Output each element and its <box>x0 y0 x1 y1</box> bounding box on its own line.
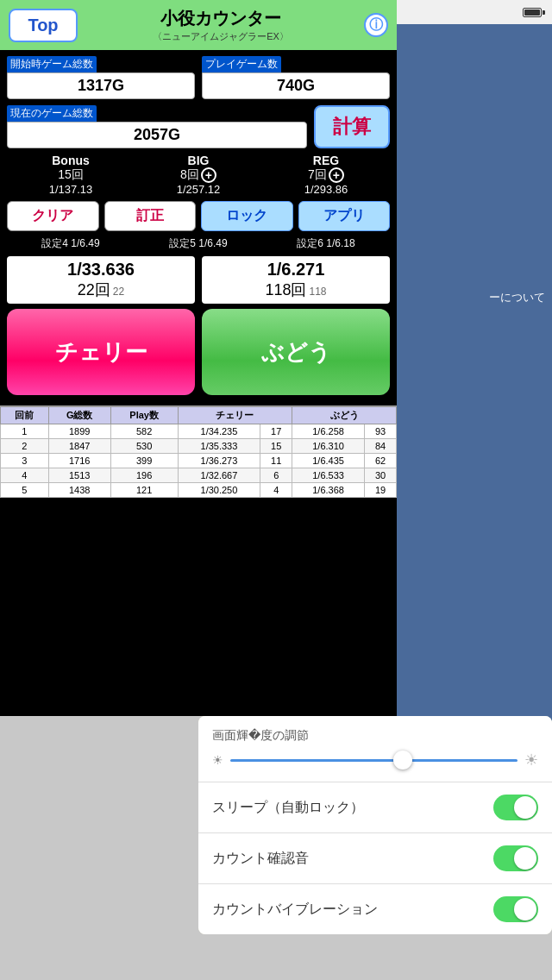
stat-box-left: 1/33.636 22回 22 <box>7 256 195 304</box>
battery-area <box>523 8 542 17</box>
big-col: BIG 8回 + 1/257.12 <box>135 154 262 196</box>
table-header-row: 回前 G総数 Play数 チェリー ぶどう <box>1 407 397 424</box>
sun-large-icon: ☀ <box>524 751 538 770</box>
col-header-5: ぶどう <box>292 407 397 424</box>
app-subtitle: 〈ニューアイムジャグラーEX〉 <box>78 30 364 43</box>
reg-count: 7回 + <box>262 167 390 183</box>
brightness-slider-track[interactable] <box>230 759 518 762</box>
table-cell: 1/34.235 <box>178 424 260 439</box>
app-button[interactable]: アプリ <box>298 201 391 231</box>
info-button[interactable]: ⓘ <box>364 13 388 37</box>
app-title-area: 小役カウンター 〈ニューアイムジャグラーEX〉 <box>78 7 364 43</box>
start-games-label: 開始時ゲーム総数 <box>7 56 97 72</box>
data-table: 回前 G総数 Play数 チェリー ぶどう 118995821/34.23517… <box>0 406 397 498</box>
table-cell: 84 <box>365 439 397 454</box>
reg-label: REG <box>262 154 390 167</box>
start-games-value[interactable]: 1317G <box>7 72 195 99</box>
app-title: 小役カウンター <box>78 7 364 30</box>
games-row-1: 開始時ゲーム総数 1317G プレイゲーム数 740G <box>7 55 390 99</box>
brightness-row: ☀ ☀ <box>212 751 538 770</box>
top-button[interactable]: Top <box>9 9 78 42</box>
sound-toggle[interactable] <box>493 845 538 871</box>
big-count: 8回 + <box>135 167 262 183</box>
table-cell: 582 <box>110 424 178 439</box>
about-text: ーについて <box>482 283 552 312</box>
table-cell: 17 <box>260 424 292 439</box>
table-cell: 121 <box>110 483 178 498</box>
correct-button[interactable]: 訂正 <box>104 201 197 231</box>
stat-ratio-right: 1/6.271 <box>207 260 385 280</box>
sound-setting: カウント確認音 <box>198 833 552 884</box>
table-cell: 399 <box>110 454 178 468</box>
table-cell: 1/6.310 <box>292 439 365 454</box>
table-cell: 1/6.533 <box>292 468 365 483</box>
bonus-section: Bonus 15回 1/137.13 BIG 8回 + 1/257.12 REG… <box>7 154 390 196</box>
brightness-slider-thumb[interactable] <box>393 751 412 770</box>
app-header: Top 小役カウンター 〈ニューアイムジャグラーEX〉 ⓘ <box>0 0 397 50</box>
table-cell: 1 <box>1 424 49 439</box>
calc-button[interactable]: 計算 <box>314 105 390 148</box>
stat-count-right: 118回 118 <box>207 280 385 300</box>
table-row: 415131961/32.66761/6.53330 <box>1 468 397 483</box>
stat-box-right: 1/6.271 118回 118 <box>202 256 390 304</box>
table-cell: 30 <box>365 468 397 483</box>
table-cell: 4 <box>1 468 49 483</box>
bonus-ratio: 1/137.13 <box>7 183 135 196</box>
sleep-toggle[interactable] <box>493 795 538 820</box>
stat-ratio-left: 1/33.636 <box>12 260 190 280</box>
data-table-section: 回前 G総数 Play数 チェリー ぶどう 118995821/34.23517… <box>0 405 397 498</box>
table-cell: 1847 <box>48 439 110 454</box>
battery-icon <box>523 8 542 17</box>
play-games-group: プレイゲーム数 740G <box>202 55 390 99</box>
setting5: 設定5 1/6.49 <box>169 236 227 251</box>
table-cell: 196 <box>110 468 178 483</box>
table-cell: 1/6.435 <box>292 454 365 468</box>
vibration-label: カウントバイブレーション <box>212 901 378 919</box>
grape-button[interactable]: ぶどう <box>202 309 390 395</box>
col-header-1: G総数 <box>48 407 110 424</box>
table-row: 118995821/34.235171/6.25893 <box>1 424 397 439</box>
table-cell: 1899 <box>48 424 110 439</box>
big-plus[interactable]: + <box>201 167 216 183</box>
table-cell: 2 <box>1 439 49 454</box>
fruit-row: チェリー ぶどう <box>7 309 390 395</box>
vibration-toggle-knob <box>514 898 536 920</box>
lock-button[interactable]: ロック <box>201 201 293 231</box>
table-cell: 4 <box>260 483 292 498</box>
sleep-setting: スリープ（自動ロック） <box>198 782 552 833</box>
play-games-value[interactable]: 740G <box>202 72 390 99</box>
table-cell: 1/36.273 <box>178 454 260 468</box>
table-cell: 530 <box>110 439 178 454</box>
vibration-toggle[interactable] <box>493 896 538 922</box>
reg-ratio: 1/293.86 <box>262 183 390 196</box>
stats-row: 1/33.636 22回 22 1/6.271 118回 118 <box>7 256 390 304</box>
sound-toggle-knob <box>514 847 536 870</box>
cherry-button[interactable]: チェリー <box>7 309 195 395</box>
reg-col: REG 7回 + 1/293.86 <box>262 154 390 196</box>
col-header-3: チェリー <box>178 407 292 424</box>
games-row-2: 現在のゲーム総数 2057G 計算 <box>7 104 390 148</box>
action-buttons: クリア 訂正 ロック アプリ <box>7 201 390 231</box>
right-panel: ーについて <box>397 24 552 721</box>
reg-plus[interactable]: + <box>329 167 344 183</box>
table-cell: 62 <box>365 454 397 468</box>
current-games-value[interactable]: 2057G <box>7 122 307 148</box>
table-cell: 1/35.333 <box>178 439 260 454</box>
big-ratio: 1/257.12 <box>135 183 262 196</box>
sound-label: カウント確認音 <box>212 850 309 868</box>
phone-screen: Top 小役カウンター 〈ニューアイムジャグラーEX〉 ⓘ 開始時ゲーム総数 1… <box>0 0 397 716</box>
big-label: BIG <box>135 154 262 167</box>
table-cell: 6 <box>260 468 292 483</box>
sleep-label: スリープ（自動ロック） <box>212 799 364 817</box>
table-cell: 3 <box>1 454 49 468</box>
table-row: 514381211/30.25041/6.36819 <box>1 483 397 498</box>
table-cell: 5 <box>1 483 49 498</box>
start-games-group: 開始時ゲーム総数 1317G <box>7 55 195 99</box>
sun-small-icon: ☀ <box>212 753 223 767</box>
clear-button[interactable]: クリア <box>7 201 99 231</box>
current-games-label: 現在のゲーム総数 <box>7 105 97 122</box>
brightness-item: 画面輝�度の調節 ☀ ☀ <box>198 716 552 782</box>
vibration-setting: カウントバイブレーション <box>198 884 552 934</box>
play-games-label: プレイゲーム数 <box>202 56 281 72</box>
table-cell: 1716 <box>48 454 110 468</box>
